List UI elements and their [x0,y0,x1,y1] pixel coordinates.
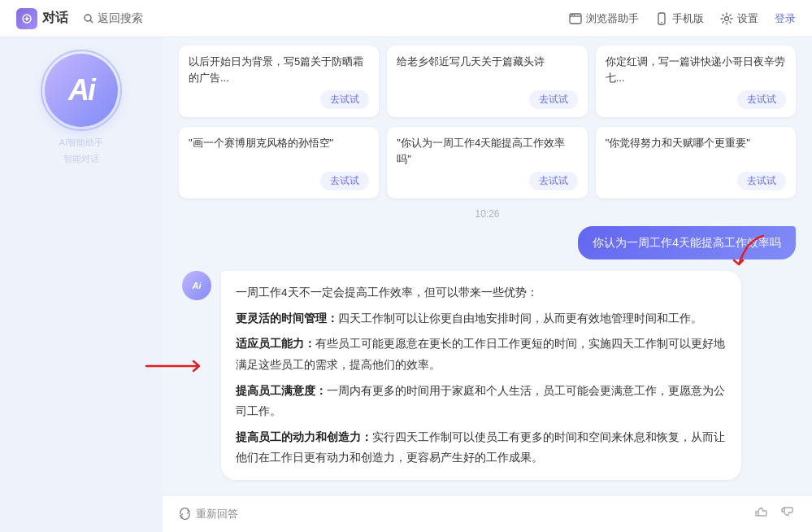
ai-para-4: 提高员工的动力和创造力：实行四天工作制可以使员工有更多的时间和空间来休息和恢复，… [236,427,727,469]
nav-back-label: 返回搜索 [98,11,143,26]
nav-logo[interactable]: 对话 [16,8,68,29]
try-button-5[interactable]: 去试试 [529,172,578,190]
chat-scroll[interactable]: 以后开始日为背景，写5篇关于防晒霜的广告... 去试试 给老乡邻近写几天关于篇藏… [163,37,812,495]
login-button[interactable]: 登录 [775,11,796,26]
suggestion-card-3[interactable]: 你定红调，写一篇讲快递小哥日夜辛劳七... 去试试 [596,46,796,117]
svg-point-7 [725,16,729,20]
suggestion-card-text-5: "你认为一周工作4天能提高工作效率吗" [397,135,577,167]
logo-icon [16,8,37,29]
user-message-row: 你认为一周工作4天能提高工作效率吗 [179,226,796,259]
regenerate-button[interactable]: 重新回答 [179,507,238,521]
sidebar: Ai AI智能助手智能对话 [0,37,163,532]
chat-bottom-bar: 重新回答 [163,495,812,532]
gear-icon [720,12,733,25]
settings-label: 设置 [737,11,758,26]
dislike-button[interactable] [779,504,796,524]
browser-assistant-button[interactable]: 浏览器助手 [569,11,639,26]
main-layout: Ai AI智能助手智能对话 以后开始日为背景，写5篇关于防晒霜的广告... 去试… [0,37,812,532]
settings-button[interactable]: 设置 [720,11,758,26]
ai-response-avatar: Ai [182,271,211,300]
try-button-6[interactable]: 去试试 [737,172,786,190]
suggestion-card-4[interactable]: "画一个赛博朋克风格的孙悟空" 去试试 [179,127,379,198]
ai-response-row: Ai 一周工作4天不一定会提高工作效率，但可以带来一些优势： 更灵活的时间管理：… [179,271,796,480]
chat-area: 以后开始日为背景，写5篇关于防晒霜的广告... 去试试 给老乡邻近写几天关于篇藏… [163,37,812,532]
sidebar-watermark: AI智能助手智能对话 [59,135,103,168]
browser-icon [569,12,582,25]
ai-para-1: 更灵活的时间管理：四天工作制可以让你更自由地安排时间，从而更有效地管理时间和工作… [236,308,727,329]
svg-point-4 [574,14,575,15]
ai-para-2: 适应员工能力：有些员工可能更愿意在更长的工作日工作更短的时间，实施四天工作制可以… [236,334,727,375]
ai-bubble: 一周工作4天不一定会提高工作效率，但可以带来一些优势： 更灵活的时间管理：四天工… [221,271,741,480]
suggestion-card-text-2: 给老乡邻近写几天关于篇藏头诗 [397,54,577,85]
thumb-down-icon [779,504,796,520]
ai-para-3: 提高员工满意度：一周内有更多的时间用于家庭和个人生活，员工可能会更满意工作，更愿… [236,381,727,422]
svg-point-6 [661,21,662,23]
svg-rect-2 [570,14,581,24]
suggestion-card-text-3: 你定红调，写一篇讲快递小哥日夜辛劳七... [606,54,786,85]
nav-left: 对话 返回搜索 [16,8,143,29]
suggestion-card-6[interactable]: "你觉得努力和天赋哪个更重要" 去试试 [596,127,796,198]
ai-avatar: Ai [45,54,118,127]
suggestion-card-text-1: 以后开始日为背景，写5篇关于防晒霜的广告... [189,54,369,85]
message-timestamp: 10:26 [179,208,796,220]
avatar-ring [41,50,122,131]
thumb-up-icon [753,504,770,520]
try-button-3[interactable]: 去试试 [737,90,786,109]
try-button-1[interactable]: 去试试 [320,90,369,109]
user-bubble: 你认为一周工作4天能提高工作效率吗 [578,226,796,259]
top-navigation: 对话 返回搜索 浏览器助手 手机版 [0,0,812,37]
nav-logo-label: 对话 [42,10,68,27]
suggestion-card-5[interactable]: "你认为一周工作4天能提高工作效率吗" 去试试 [387,127,587,198]
mobile-version-button[interactable]: 手机版 [655,11,704,26]
like-button[interactable] [753,504,770,524]
nav-back-button[interactable]: 返回搜索 [83,11,143,26]
mobile-label: 手机版 [672,11,704,26]
feedback-row [753,504,796,524]
try-button-2[interactable]: 去试试 [529,90,578,109]
ai-para-0: 一周工作4天不一定会提高工作效率，但可以带来一些优势： [236,282,727,303]
suggestion-grid-row2: "画一个赛博朋克风格的孙悟空" 去试试 "你认为一周工作4天能提高工作效率吗" … [179,127,796,198]
login-label: 登录 [775,11,796,26]
browser-label: 浏览器助手 [586,11,639,26]
suggestion-card-text-6: "你觉得努力和天赋哪个更重要" [606,135,786,167]
svg-point-3 [571,14,573,15]
regenerate-label: 重新回答 [196,507,238,521]
suggestion-card-1[interactable]: 以后开始日为背景，写5篇关于防晒霜的广告... 去试试 [179,46,379,117]
search-icon [83,13,94,24]
try-button-4[interactable]: 去试试 [320,172,369,190]
suggestion-card-text-4: "画一个赛博朋克风格的孙悟空" [189,135,369,167]
nav-right: 浏览器助手 手机版 设置 登录 [569,11,796,26]
suggestion-card-2[interactable]: 给老乡邻近写几天关于篇藏头诗 去试试 [387,46,587,117]
suggestion-grid-row1: 以后开始日为背景，写5篇关于防晒霜的广告... 去试试 给老乡邻近写几天关于篇藏… [179,46,796,117]
regenerate-icon [179,508,191,520]
mobile-icon [655,12,668,25]
